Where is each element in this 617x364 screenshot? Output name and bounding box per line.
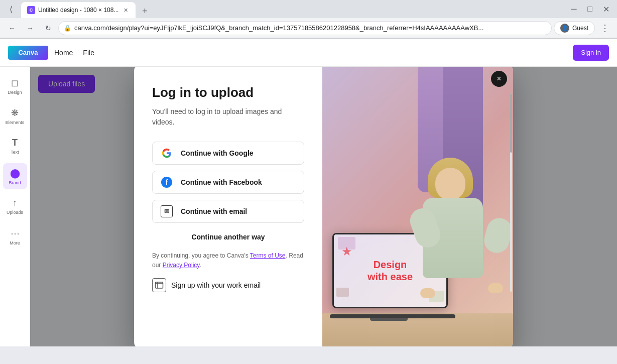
canva-logo: Canva <box>8 46 48 60</box>
modal-title: Log in to upload <box>152 85 304 100</box>
minimize-button[interactable]: ⟨ <box>4 2 18 16</box>
sidebar-label-design: Design <box>8 90 22 95</box>
toolbar-actions: 👤 Guest ⋮ <box>554 20 613 36</box>
google-icon <box>161 147 173 159</box>
woman-hand-left <box>420 288 435 298</box>
canva-topbar: Canva Home File Sign in <box>0 39 617 67</box>
canva-nav: Home File <box>54 49 94 57</box>
sidebar-label-elements: Elements <box>6 120 25 125</box>
sidebar-label-text: Text <box>11 150 19 155</box>
sidebar-label-brand: Brand <box>9 180 21 185</box>
text-icon: T <box>12 138 18 148</box>
laptop-stand <box>370 318 408 321</box>
modal-scrollbar-thumb <box>510 93 512 153</box>
window-minimize-button[interactable]: ─ <box>567 2 581 16</box>
sidebar-item-elements[interactable]: ❋ Elements <box>3 103 27 129</box>
new-tab-button[interactable]: + <box>138 4 152 18</box>
modal-overlay[interactable]: × Log in to upload You'll need to log in… <box>30 67 617 346</box>
design-icon: ◻ <box>11 77 19 88</box>
sidebar-label-more: More <box>10 240 20 246</box>
guest-button[interactable]: 👤 Guest <box>554 21 595 35</box>
browser-menu-button[interactable]: ⋮ <box>597 20 613 36</box>
elements-icon: ❋ <box>11 107 19 118</box>
nav-home[interactable]: Home <box>54 49 73 57</box>
sidebar-item-design[interactable]: ◻ Design <box>3 73 27 99</box>
browser-tab-active[interactable]: C Untitled design - 1080 × 108... ✕ <box>21 2 136 18</box>
canva-background: Canva Home File Sign in ◻ Design ❋ Eleme… <box>0 39 617 346</box>
sidebar-label-uploads: Uploads <box>7 210 23 215</box>
woman-hand-right <box>488 283 503 293</box>
woman-figure <box>418 158 508 318</box>
modal-subtitle: You'll need to log in to upload images a… <box>152 106 304 128</box>
privacy-link[interactable]: Privacy Policy <box>163 262 200 269</box>
nav-file[interactable]: File <box>83 49 94 57</box>
guest-avatar: 👤 <box>560 24 569 33</box>
modal-right-panel: ★ Design with ease <box>322 67 513 346</box>
brand-icon: ⬤ <box>10 168 20 179</box>
browser-chrome: ⟨ C Untitled design - 1080 × 108... ✕ + … <box>0 0 617 39</box>
forward-button[interactable]: → <box>22 20 38 36</box>
canva-sidebar: ◻ Design ❋ Elements T Text ⬤ Brand ↑ Upl… <box>0 67 30 346</box>
browser-toolbar: ← → ↻ 🔒 canva.com/design/play?ui=eyJFljp… <box>0 18 617 38</box>
email-auth-button[interactable]: ✉ Continue with email <box>152 200 304 223</box>
screen-design-text: Design with ease <box>367 259 413 283</box>
browser-titlebar: ⟨ C Untitled design - 1080 × 108... ✕ + … <box>0 0 617 18</box>
sidebar-item-text[interactable]: T Text <box>3 133 27 159</box>
sidebar-item-more[interactable]: ⋯ More <box>3 223 27 250</box>
facebook-icon: f <box>161 176 173 188</box>
svg-rect-0 <box>156 282 163 288</box>
close-icon: × <box>497 74 501 83</box>
tab-title: Untitled design - 1080 × 108... <box>38 7 118 14</box>
shape-4 <box>336 288 349 297</box>
email-icon: ✉ <box>161 205 173 217</box>
canva-main: Upload files × Log in to upload You'll n… <box>30 67 617 346</box>
facebook-btn-label: Continue with Facebook <box>181 178 262 186</box>
terms-link[interactable]: Terms of Use <box>250 252 286 259</box>
window-restore-button[interactable]: □ <box>583 2 597 16</box>
work-email-row[interactable]: Sign up with your work email <box>152 278 304 292</box>
facebook-auth-button[interactable]: f Continue with Facebook <box>152 171 304 194</box>
lock-icon: 🔒 <box>64 25 71 32</box>
work-email-icon <box>152 278 166 292</box>
canva-topbar-right: Sign in <box>573 45 609 61</box>
address-text: canva.com/design/play?ui=eyJFljp7lkE_ljo… <box>74 24 546 32</box>
continue-another-way[interactable]: Continue another way <box>152 233 304 241</box>
uploads-icon: ↑ <box>13 198 17 208</box>
google-auth-button[interactable]: Continue with Google <box>152 142 304 165</box>
google-btn-label: Continue with Google <box>181 149 254 157</box>
modal-scrollbar[interactable] <box>510 93 512 292</box>
modal-close-button[interactable]: × <box>491 71 507 87</box>
guest-label: Guest <box>572 25 588 32</box>
more-icon: ⋯ <box>11 228 20 239</box>
window-close-button[interactable]: ✕ <box>599 2 613 16</box>
canva-signin-button[interactable]: Sign in <box>573 45 609 61</box>
tab-close-button[interactable]: ✕ <box>121 6 130 14</box>
sidebar-item-brand[interactable]: ⬤ Brand <box>3 163 27 189</box>
email-btn-label: Continue with email <box>181 207 247 215</box>
modal-legal-text: By continuing, you agree to Canva's Term… <box>152 251 304 270</box>
woman-head <box>435 168 465 200</box>
back-button[interactable]: ← <box>4 20 20 36</box>
modal-left-panel: Log in to upload You'll need to log in t… <box>134 67 322 346</box>
shape-star: ★ <box>341 245 352 259</box>
woman-arm-right <box>481 215 513 256</box>
sidebar-item-uploads[interactable]: ↑ Uploads <box>3 193 27 219</box>
login-modal: × Log in to upload You'll need to log in… <box>134 67 513 346</box>
tab-favicon: C <box>27 6 35 14</box>
reload-button[interactable]: ↻ <box>40 20 56 36</box>
canva-content: ◻ Design ❋ Elements T Text ⬤ Brand ↑ Upl… <box>0 67 617 346</box>
address-bar[interactable]: 🔒 canva.com/design/play?ui=eyJFljp7lkE_l… <box>58 21 552 35</box>
work-email-label: Sign up with your work email <box>171 281 261 289</box>
laptop-scene: ★ Design with ease <box>322 67 513 346</box>
